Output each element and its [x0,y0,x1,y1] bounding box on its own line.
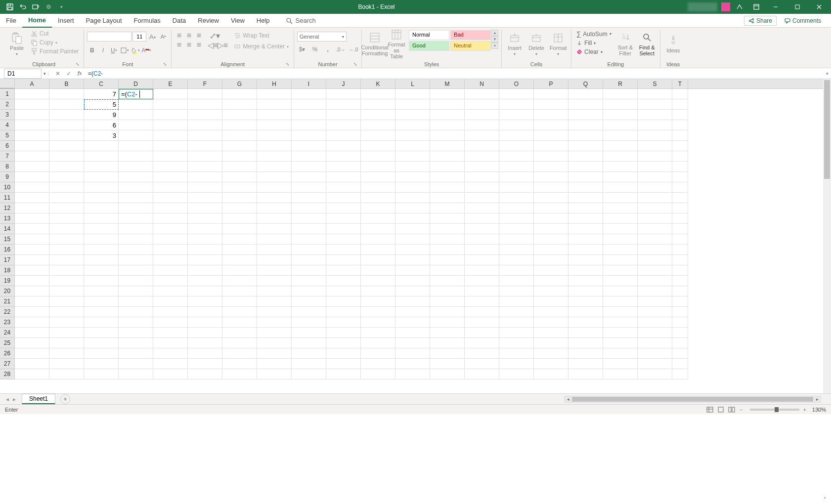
cell-G25[interactable] [222,338,257,348]
cell-I5[interactable] [292,130,326,141]
cell-T25[interactable] [672,338,688,348]
cell-A25[interactable] [15,338,49,348]
cell-B10[interactable] [49,182,84,193]
cell-Q20[interactable] [569,286,603,296]
cell-Q9[interactable] [569,172,603,182]
zoom-out-button[interactable]: − [740,407,743,413]
cell-R18[interactable] [603,265,638,276]
cell-F19[interactable] [188,276,222,286]
ribbon-mode-icon[interactable] [749,0,764,14]
cell-L3[interactable] [395,110,430,120]
cell-R11[interactable] [603,193,638,203]
cell-R23[interactable] [603,317,638,328]
formula-bar-expand-icon[interactable]: ▾ [823,71,831,76]
cell-I17[interactable] [292,255,326,265]
row-header-9[interactable]: 9 [0,172,15,182]
cell-G13[interactable] [222,213,257,224]
percent-button[interactable]: % [310,44,320,54]
cell-H1[interactable] [257,89,292,99]
cell-O13[interactable] [499,213,534,224]
cell-R3[interactable] [603,110,638,120]
cell-O23[interactable] [499,317,534,328]
cell-E11[interactable] [153,193,188,203]
cell-M13[interactable] [430,213,465,224]
cell-A16[interactable] [15,245,49,255]
cell-I10[interactable] [292,182,326,193]
cell-C2[interactable]: 5 [84,99,119,110]
cell-Q14[interactable] [569,224,603,234]
cell-F6[interactable] [188,141,222,151]
cell-D22[interactable] [119,307,153,317]
row-header-3[interactable]: 3 [0,110,15,120]
cell-D1[interactable]: =(C2- [119,89,153,99]
cell-Q1[interactable] [569,89,603,99]
cell-G17[interactable] [222,255,257,265]
col-header-P[interactable]: P [534,79,569,88]
cell-R5[interactable] [603,130,638,141]
cell-O9[interactable] [499,172,534,182]
cell-A27[interactable] [15,359,49,369]
cell-A8[interactable] [15,162,49,172]
cell-D19[interactable] [119,276,153,286]
user-avatar[interactable] [721,2,730,11]
cell-J13[interactable] [326,213,361,224]
cell-R2[interactable] [603,99,638,110]
cell-H5[interactable] [257,130,292,141]
cell-G1[interactable] [222,89,257,99]
cell-S17[interactable] [638,255,672,265]
cell-R20[interactable] [603,286,638,296]
cell-F9[interactable] [188,172,222,182]
cell-A17[interactable] [15,255,49,265]
cell-style-neutral[interactable]: Neutral [450,41,491,51]
cell-A4[interactable] [15,120,49,130]
cell-J16[interactable] [326,245,361,255]
cell-M15[interactable] [430,234,465,245]
cell-F7[interactable] [188,151,222,162]
cell-Q21[interactable] [569,296,603,307]
cell-I20[interactable] [292,286,326,296]
cell-P23[interactable] [534,317,569,328]
row-header-7[interactable]: 7 [0,151,15,162]
cell-R15[interactable] [603,234,638,245]
cell-S20[interactable] [638,286,672,296]
cell-B27[interactable] [49,359,84,369]
cell-M1[interactable] [430,89,465,99]
cell-N1[interactable] [465,89,499,99]
cell-T2[interactable] [672,99,688,110]
cell-I9[interactable] [292,172,326,182]
cell-B1[interactable] [49,89,84,99]
cell-O22[interactable] [499,307,534,317]
cell-R1[interactable] [603,89,638,99]
menu-view[interactable]: View [225,14,251,28]
cell-T19[interactable] [672,276,688,286]
style-gallery-more[interactable]: ▾ [491,42,498,49]
cell-T15[interactable] [672,234,688,245]
cell-E20[interactable] [153,286,188,296]
cell-I8[interactable] [292,162,326,172]
find-select-button[interactable]: Find & Select [637,30,657,58]
cell-style-normal[interactable]: Normal [409,30,449,40]
user-name-block[interactable] [688,2,717,11]
cell-N24[interactable] [465,328,499,338]
cell-P1[interactable] [534,89,569,99]
cell-H20[interactable] [257,286,292,296]
cell-E13[interactable] [153,213,188,224]
cell-H10[interactable] [257,182,292,193]
cell-M3[interactable] [430,110,465,120]
cell-N15[interactable] [465,234,499,245]
cell-F3[interactable] [188,110,222,120]
cell-R7[interactable] [603,151,638,162]
cell-G16[interactable] [222,245,257,255]
cell-R21[interactable] [603,296,638,307]
cell-H23[interactable] [257,317,292,328]
cell-M7[interactable] [430,151,465,162]
cell-A23[interactable] [15,317,49,328]
cell-M10[interactable] [430,182,465,193]
cell-K15[interactable] [361,234,395,245]
cell-I16[interactable] [292,245,326,255]
cell-T28[interactable] [672,369,688,379]
cell-G6[interactable] [222,141,257,151]
cell-O1[interactable] [499,89,534,99]
cell-L11[interactable] [395,193,430,203]
increase-indent-button[interactable]: ▷≡ [218,41,227,49]
